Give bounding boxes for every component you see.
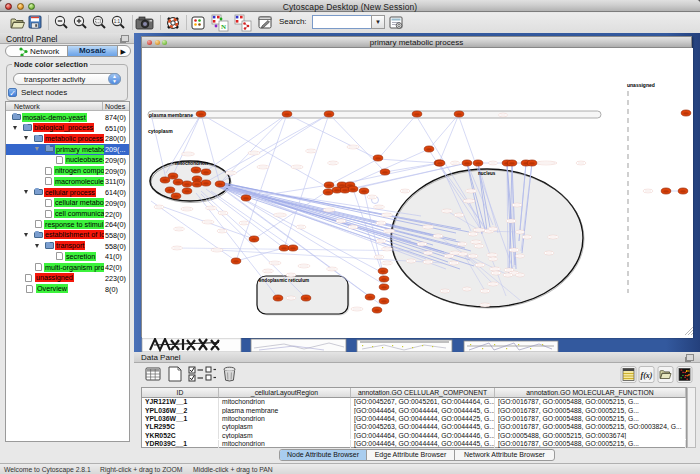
- svg-text:endoplasmic reticulum: endoplasmic reticulum: [259, 278, 309, 283]
- svg-text:1:1: 1:1: [114, 19, 121, 24]
- svg-text:N: N: [221, 23, 226, 31]
- svg-text:f(x): f(x): [641, 371, 653, 380]
- svg-text:unassigned: unassigned: [627, 82, 655, 88]
- svg-text:mitochondrion: mitochondrion: [175, 161, 208, 166]
- svg-text:nucleus: nucleus: [478, 171, 496, 176]
- svg-text:cytoplasm: cytoplasm: [148, 128, 173, 134]
- svg-text:plasma membrane: plasma membrane: [149, 112, 193, 118]
